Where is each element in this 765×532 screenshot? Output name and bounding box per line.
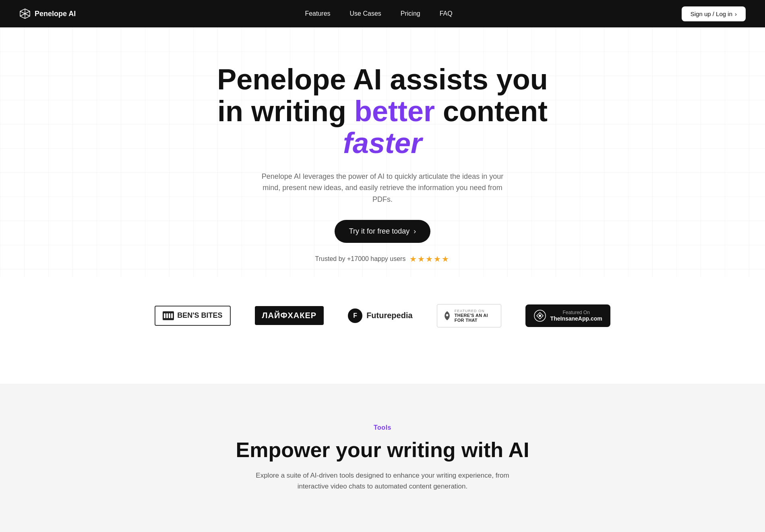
brand-bens-bites: BEN'S BITES <box>155 306 230 326</box>
brand-name: Penelope AI <box>35 10 76 18</box>
hero-highlight-faster: faster <box>343 127 422 159</box>
star-rating: ★★★★★ <box>409 254 450 264</box>
hero-highlight-better: better <box>354 95 435 127</box>
signup-label: Sign up / Log in <box>691 10 732 17</box>
svg-point-7 <box>539 315 541 317</box>
bens-bites-icon <box>163 311 174 320</box>
tools-label: Tools <box>374 424 391 431</box>
brand-futurepedia: F Futurepedia <box>348 308 412 323</box>
there-ai-icon <box>443 308 451 323</box>
hero-title: Penelope AI assists you in writing bette… <box>217 64 548 159</box>
insane-app-icon <box>533 309 546 322</box>
svg-rect-2 <box>166 313 168 318</box>
hero-subtitle: Penelope AI leverages the power of AI to… <box>254 171 511 205</box>
svg-rect-4 <box>171 313 173 318</box>
brand-logo[interactable]: Penelope AI <box>19 8 76 19</box>
bens-bites-label: BEN'S BITES <box>177 311 222 320</box>
brand-icon <box>19 8 31 19</box>
nav-links: Features Use Cases Pricing FAQ <box>305 10 452 17</box>
brand-insane-app: Featured On TheInsaneApp.com <box>525 304 610 327</box>
trust-indicator: Trusted by +17000 happy users ★★★★★ <box>315 254 450 264</box>
there-ai-name: THERE'S AN AI FOR THAT <box>455 313 495 323</box>
signup-button[interactable]: Sign up / Log in › <box>682 6 746 21</box>
brand-there-ai: FEATURED ON THERE'S AN AI FOR THAT <box>437 304 501 327</box>
futurepedia-label: Futurepedia <box>366 311 412 320</box>
tools-title: Empower your writing with AI <box>236 438 529 462</box>
there-ai-featured: FEATURED ON <box>455 309 495 313</box>
svg-rect-3 <box>169 313 170 318</box>
insane-app-name: TheInsaneApp.com <box>550 315 602 322</box>
cta-arrow: › <box>414 227 416 236</box>
laifhaker-label: ЛАЙФХАКЕР <box>262 311 317 320</box>
brand-laifhaker: ЛАЙФХАКЕР <box>255 306 324 325</box>
tools-subtitle: Explore a suite of AI-driven tools desig… <box>254 470 511 492</box>
hero-title-part2: in writing <box>217 95 354 127</box>
nav-use-cases[interactable]: Use Cases <box>350 10 381 17</box>
svg-rect-1 <box>164 313 165 318</box>
cta-try-free-button[interactable]: Try it for free today › <box>335 220 430 243</box>
nav-pricing[interactable]: Pricing <box>401 10 420 17</box>
insane-featured-label: Featured On <box>550 310 602 315</box>
hero-section: Penelope AI assists you in writing bette… <box>0 27 765 384</box>
tools-section: Tools Empower your writing with AI Explo… <box>0 384 765 532</box>
futurepedia-icon: F <box>348 308 362 323</box>
hero-title-part3: content <box>435 95 548 127</box>
brands-section: BEN'S BITES ЛАЙФХАКЕР F Futurepedia <box>16 292 749 360</box>
nav-faq[interactable]: FAQ <box>440 10 453 17</box>
hero-title-part1: Penelope AI assists you <box>217 63 548 95</box>
cta-label: Try it for free today <box>349 227 409 236</box>
signup-arrow: › <box>735 10 737 17</box>
navbar: Penelope AI Features Use Cases Pricing F… <box>0 0 765 27</box>
trust-label: Trusted by +17000 happy users <box>315 255 406 263</box>
svg-point-5 <box>446 314 448 317</box>
nav-features[interactable]: Features <box>305 10 330 17</box>
